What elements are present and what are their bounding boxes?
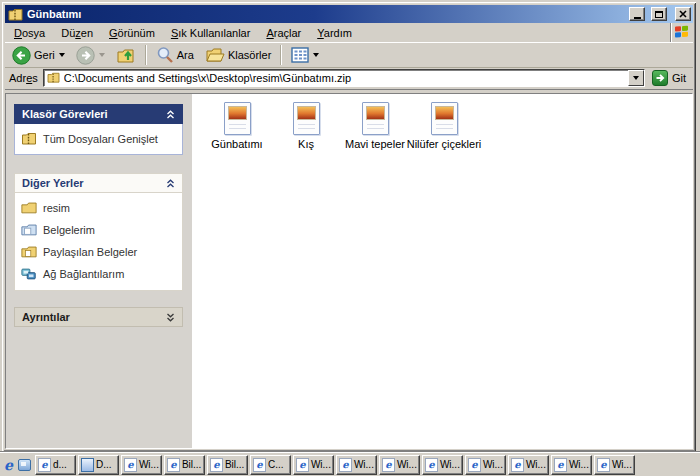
address-dropdown-button[interactable] — [628, 70, 644, 86]
ie-page-icon: e — [468, 458, 481, 472]
file-name: Günbatımı — [211, 138, 262, 150]
zip-folder-icon — [8, 8, 23, 21]
image-file-icon — [224, 102, 251, 135]
chevron-up-icon — [166, 110, 175, 119]
menu-sik-kullanilanlar[interactable]: Sık Kullanılanlar — [163, 25, 259, 41]
other-places-item-ag-baglantilarim[interactable]: Ağ Bağlantılarım — [21, 267, 176, 281]
details-header[interactable]: Ayrıntılar — [14, 307, 183, 327]
taskbar-button[interactable]: eWi... — [551, 455, 592, 475]
folders-button[interactable]: Klasörler — [201, 44, 275, 66]
ie-page-icon: e — [511, 458, 524, 472]
taskbar-button[interactable]: eWi... — [422, 455, 463, 475]
chevron-down-icon — [633, 76, 639, 80]
taskbar-button[interactable]: eWi... — [508, 455, 549, 475]
show-desktop-icon[interactable] — [18, 459, 31, 471]
address-path: C:\Documents and Settings\x\Desktop\resi… — [64, 72, 624, 84]
views-button[interactable] — [287, 45, 323, 65]
ie-page-icon: e — [425, 458, 438, 472]
close-button[interactable] — [675, 7, 691, 21]
menu-dosya[interactable]: Dosya — [6, 25, 53, 41]
quick-launch: e — [2, 458, 35, 472]
taskbar: e ed... D... eWi... eBil... eBil... eC..… — [0, 452, 700, 476]
go-label: Git — [672, 72, 686, 84]
taskbar-button[interactable]: eWi... — [594, 455, 635, 475]
up-button[interactable] — [112, 44, 140, 67]
folder-tasks-body: Tüm Dosyaları Genişlet — [14, 124, 183, 155]
image-file-icon — [362, 102, 389, 135]
explorer-window: Günbatımı Dosya Düzen Görünüm Sık Kullan… — [2, 2, 696, 452]
folders-label: Klasörler — [228, 49, 271, 61]
image-file-icon — [431, 102, 458, 135]
taskbar-button[interactable]: eBil... — [207, 455, 248, 475]
maximize-button[interactable] — [651, 7, 667, 21]
file-name: Mavi tepeler — [345, 138, 405, 150]
ie-page-icon: e — [554, 458, 567, 472]
back-dropdown-caret — [59, 53, 65, 57]
title-bar[interactable]: Günbatımı — [5, 5, 693, 23]
document-icon — [81, 458, 94, 472]
ie-page-icon: e — [124, 458, 137, 472]
ie-page-icon: e — [167, 458, 180, 472]
file-name: Nilüfer çiçekleri — [407, 138, 482, 150]
panel-folder-tasks: Klasör Görevleri Tüm Dosyaları Genişlet — [14, 104, 183, 155]
go-arrow-icon — [652, 70, 668, 86]
back-label: Geri — [34, 49, 55, 61]
menu-yardim[interactable]: Yardım — [309, 25, 360, 41]
go-button[interactable]: Git — [650, 70, 690, 86]
window-title: Günbatımı — [27, 8, 625, 20]
menu-araclar[interactable]: Araçlar — [258, 25, 309, 41]
other-places-title: Diğer Yerler — [22, 177, 84, 189]
chevron-up-icon — [166, 179, 175, 188]
toolbar-separator — [280, 45, 282, 65]
image-file-icon — [293, 102, 320, 135]
extract-all-files-label: Tüm Dosyaları Genişlet — [43, 133, 158, 145]
file-list-area[interactable]: Günbatımı Kış Mavi tepeler Nilüfer çiçek… — [192, 94, 692, 448]
zip-folder-icon — [47, 72, 60, 83]
network-places-icon — [21, 267, 37, 281]
menu-duzen[interactable]: Düzen — [53, 25, 101, 41]
internet-explorer-icon[interactable]: e — [4, 458, 13, 472]
taskbar-button[interactable]: eWi... — [121, 455, 162, 475]
extract-all-files-link[interactable]: Tüm Dosyaları Genişlet — [21, 132, 176, 145]
other-places-item-belgelerim[interactable]: Belgelerim — [21, 223, 176, 236]
ie-page-icon: e — [339, 458, 352, 472]
menu-bar: Dosya Düzen Görünüm Sık Kullanılanlar Ar… — [5, 23, 693, 42]
taskbar-button[interactable]: eWi... — [293, 455, 334, 475]
file-item-nilufer-cicekleri[interactable]: Nilüfer çiçekleri — [411, 102, 477, 150]
file-item-gunbatimi[interactable]: Günbatımı — [204, 102, 270, 150]
search-button[interactable]: Ara — [152, 44, 198, 66]
forward-icon — [76, 46, 95, 65]
taskbar-button[interactable]: eWi... — [379, 455, 420, 475]
other-places-body: resim Belgelerim — [14, 193, 183, 291]
address-input[interactable]: C:\Documents and Settings\x\Desktop\resi… — [43, 69, 645, 87]
taskbar-button[interactable]: eWi... — [465, 455, 506, 475]
ie-page-icon: e — [597, 458, 610, 472]
desktop-screen: Günbatımı Dosya Düzen Görünüm Sık Kullan… — [0, 0, 700, 476]
other-places-item-paylasilan-belgeler[interactable]: Paylaşılan Belgeler — [21, 245, 176, 258]
minimize-button[interactable] — [629, 7, 645, 21]
taskbar-button[interactable]: D... — [78, 455, 119, 475]
taskbar-button[interactable]: eC... — [250, 455, 291, 475]
views-dropdown-caret — [313, 53, 319, 57]
ie-page-icon: e — [296, 458, 309, 472]
back-button[interactable]: Geri — [8, 44, 69, 67]
forward-dropdown-caret — [99, 53, 105, 57]
file-item-mavi-tepeler[interactable]: Mavi tepeler — [342, 102, 408, 150]
folder-tasks-header[interactable]: Klasör Görevleri — [14, 104, 183, 124]
minimize-icon — [634, 17, 641, 19]
taskbar-button[interactable]: ed... — [35, 455, 76, 475]
taskbar-button[interactable]: eWi... — [336, 455, 377, 475]
address-bar: Adres C:\Documents and Settings\x\Deskto… — [5, 68, 693, 90]
menu-gorunum[interactable]: Görünüm — [101, 25, 163, 41]
address-label: Adres — [9, 72, 38, 84]
taskbar-button[interactable]: eBil... — [164, 455, 205, 475]
forward-button[interactable] — [72, 44, 109, 67]
panel-other-places: Diğer Yerler resim — [14, 173, 183, 291]
views-icon — [291, 47, 309, 63]
shared-documents-icon — [21, 245, 37, 258]
sidebar: Klasör Görevleri Tüm Dosyaları Genişlet — [6, 94, 192, 448]
file-name: Kış — [298, 138, 314, 150]
other-places-item-resim[interactable]: resim — [21, 201, 176, 214]
file-item-kis[interactable]: Kış — [273, 102, 339, 150]
other-places-header[interactable]: Diğer Yerler — [14, 173, 183, 193]
